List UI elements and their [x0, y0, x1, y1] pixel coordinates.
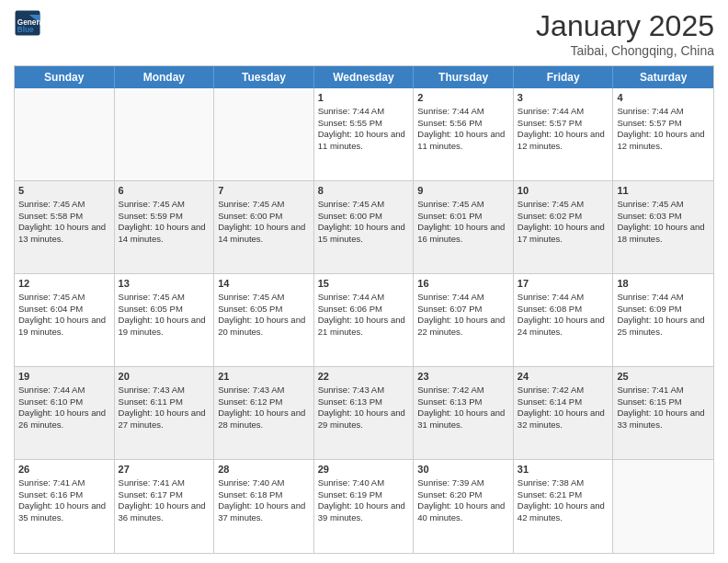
calendar-cell: 17Sunrise: 7:44 AMSunset: 6:08 PMDayligh…: [514, 274, 614, 366]
calendar-row: 26Sunrise: 7:41 AMSunset: 6:16 PMDayligh…: [15, 460, 713, 553]
day-number: 20: [119, 370, 210, 384]
calendar-cell: 10Sunrise: 7:45 AMSunset: 6:02 PMDayligh…: [514, 181, 614, 273]
day-info: Sunrise: 7:44 AMSunset: 5:57 PMDaylight:…: [518, 106, 605, 151]
day-info: Sunrise: 7:44 AMSunset: 5:57 PMDaylight:…: [617, 106, 704, 151]
header-day-monday: Monday: [115, 66, 215, 88]
calendar-cell: 20Sunrise: 7:43 AMSunset: 6:11 PMDayligh…: [115, 367, 215, 459]
day-number: 9: [417, 184, 509, 198]
calendar-row: 5Sunrise: 7:45 AMSunset: 5:58 PMDaylight…: [15, 181, 713, 274]
calendar-cell: 23Sunrise: 7:42 AMSunset: 6:13 PMDayligh…: [414, 367, 514, 459]
calendar-cell: 12Sunrise: 7:45 AMSunset: 6:04 PMDayligh…: [15, 274, 115, 366]
calendar-cell: 21Sunrise: 7:43 AMSunset: 6:12 PMDayligh…: [214, 367, 314, 459]
day-info: Sunrise: 7:45 AMSunset: 6:01 PMDaylight:…: [417, 199, 505, 244]
day-number: 25: [617, 370, 710, 384]
month-title: January 2025: [536, 9, 714, 43]
day-info: Sunrise: 7:38 AMSunset: 6:21 PMDaylight:…: [518, 477, 605, 523]
day-number: 28: [218, 463, 310, 477]
header-day-sunday: Sunday: [15, 66, 115, 88]
calendar-cell: 25Sunrise: 7:41 AMSunset: 6:15 PMDayligh…: [613, 367, 713, 459]
day-number: 30: [417, 463, 509, 477]
day-number: 21: [218, 370, 310, 384]
day-info: Sunrise: 7:44 AMSunset: 6:08 PMDaylight:…: [518, 292, 605, 337]
day-number: 16: [417, 277, 509, 291]
day-info: Sunrise: 7:39 AMSunset: 6:20 PMDaylight:…: [417, 477, 505, 523]
day-info: Sunrise: 7:44 AMSunset: 5:55 PMDaylight:…: [318, 106, 405, 151]
location: Taibai, Chongqing, China: [536, 43, 714, 58]
calendar-cell: 7Sunrise: 7:45 AMSunset: 6:00 PMDaylight…: [214, 181, 314, 273]
day-info: Sunrise: 7:44 AMSunset: 6:09 PMDaylight:…: [617, 292, 704, 337]
day-info: Sunrise: 7:43 AMSunset: 6:11 PMDaylight:…: [119, 385, 206, 430]
day-number: 17: [518, 277, 609, 291]
calendar-row: 19Sunrise: 7:44 AMSunset: 6:10 PMDayligh…: [15, 367, 713, 460]
calendar-cell: [613, 460, 713, 553]
day-number: 27: [119, 463, 210, 477]
calendar-cell: 15Sunrise: 7:44 AMSunset: 6:06 PMDayligh…: [314, 274, 415, 366]
day-info: Sunrise: 7:40 AMSunset: 6:18 PMDaylight:…: [218, 477, 305, 523]
calendar-row: 12Sunrise: 7:45 AMSunset: 6:04 PMDayligh…: [15, 274, 713, 367]
header: General Blue January 2025 Taibai, Chongq…: [14, 9, 714, 58]
day-info: Sunrise: 7:41 AMSunset: 6:17 PMDaylight:…: [119, 477, 206, 523]
day-info: Sunrise: 7:43 AMSunset: 6:13 PMDaylight:…: [318, 385, 405, 430]
day-number: 5: [18, 184, 110, 198]
day-info: Sunrise: 7:44 AMSunset: 6:06 PMDaylight:…: [318, 292, 405, 337]
header-day-wednesday: Wednesday: [314, 66, 415, 88]
calendar-cell: 18Sunrise: 7:44 AMSunset: 6:09 PMDayligh…: [613, 274, 713, 366]
svg-text:Blue: Blue: [17, 26, 34, 34]
day-info: Sunrise: 7:43 AMSunset: 6:12 PMDaylight:…: [218, 385, 305, 430]
calendar-cell: 26Sunrise: 7:41 AMSunset: 6:16 PMDayligh…: [15, 460, 115, 553]
day-number: 4: [617, 91, 710, 105]
day-number: 14: [218, 277, 310, 291]
calendar-cell: 27Sunrise: 7:41 AMSunset: 6:17 PMDayligh…: [115, 460, 215, 553]
day-info: Sunrise: 7:45 AMSunset: 6:05 PMDaylight:…: [119, 292, 206, 337]
calendar-cell: [15, 88, 115, 180]
calendar-cell: 3Sunrise: 7:44 AMSunset: 5:57 PMDaylight…: [514, 88, 614, 180]
calendar-header: SundayMondayTuesdayWednesdayThursdayFrid…: [15, 66, 713, 88]
header-day-tuesday: Tuesday: [214, 66, 314, 88]
calendar-cell: 11Sunrise: 7:45 AMSunset: 6:03 PMDayligh…: [613, 181, 713, 273]
day-info: Sunrise: 7:44 AMSunset: 6:07 PMDaylight:…: [417, 292, 505, 337]
day-info: Sunrise: 7:42 AMSunset: 6:14 PMDaylight:…: [518, 385, 605, 430]
header-day-saturday: Saturday: [613, 66, 713, 88]
calendar-cell: 14Sunrise: 7:45 AMSunset: 6:05 PMDayligh…: [214, 274, 314, 366]
day-number: 11: [617, 184, 710, 198]
calendar-cell: 6Sunrise: 7:45 AMSunset: 5:59 PMDaylight…: [115, 181, 215, 273]
day-number: 22: [318, 370, 410, 384]
day-number: 18: [617, 277, 710, 291]
calendar-cell: 16Sunrise: 7:44 AMSunset: 6:07 PMDayligh…: [414, 274, 514, 366]
calendar-cell: 5Sunrise: 7:45 AMSunset: 5:58 PMDaylight…: [15, 181, 115, 273]
day-number: 29: [318, 463, 410, 477]
header-day-thursday: Thursday: [414, 66, 514, 88]
day-info: Sunrise: 7:45 AMSunset: 6:05 PMDaylight:…: [218, 292, 305, 337]
day-info: Sunrise: 7:44 AMSunset: 5:56 PMDaylight:…: [417, 106, 505, 151]
calendar-cell: 28Sunrise: 7:40 AMSunset: 6:18 PMDayligh…: [214, 460, 314, 553]
day-info: Sunrise: 7:41 AMSunset: 6:15 PMDaylight:…: [617, 385, 704, 430]
day-number: 8: [318, 184, 410, 198]
day-number: 26: [18, 463, 110, 477]
calendar-cell: 1Sunrise: 7:44 AMSunset: 5:55 PMDaylight…: [314, 88, 415, 180]
day-number: 24: [518, 370, 609, 384]
calendar-cell: 19Sunrise: 7:44 AMSunset: 6:10 PMDayligh…: [15, 367, 115, 459]
calendar-cell: 30Sunrise: 7:39 AMSunset: 6:20 PMDayligh…: [414, 460, 514, 553]
calendar-cell: [214, 88, 314, 180]
day-number: 2: [417, 91, 509, 105]
calendar-cell: 9Sunrise: 7:45 AMSunset: 6:01 PMDaylight…: [414, 181, 514, 273]
calendar-cell: 22Sunrise: 7:43 AMSunset: 6:13 PMDayligh…: [314, 367, 415, 459]
title-block: January 2025 Taibai, Chongqing, China: [536, 9, 714, 58]
day-info: Sunrise: 7:45 AMSunset: 5:59 PMDaylight:…: [119, 199, 206, 244]
calendar: SundayMondayTuesdayWednesdayThursdayFrid…: [14, 65, 714, 554]
day-number: 23: [417, 370, 509, 384]
day-info: Sunrise: 7:45 AMSunset: 6:00 PMDaylight:…: [318, 199, 405, 244]
day-number: 6: [119, 184, 210, 198]
calendar-cell: 31Sunrise: 7:38 AMSunset: 6:21 PMDayligh…: [514, 460, 614, 553]
calendar-cell: 8Sunrise: 7:45 AMSunset: 6:00 PMDaylight…: [314, 181, 415, 273]
day-info: Sunrise: 7:45 AMSunset: 6:03 PMDaylight:…: [617, 199, 704, 244]
calendar-cell: 29Sunrise: 7:40 AMSunset: 6:19 PMDayligh…: [314, 460, 415, 553]
day-number: 13: [119, 277, 210, 291]
day-info: Sunrise: 7:45 AMSunset: 6:02 PMDaylight:…: [518, 199, 605, 244]
calendar-cell: 13Sunrise: 7:45 AMSunset: 6:05 PMDayligh…: [115, 274, 215, 366]
day-number: 10: [518, 184, 609, 198]
day-number: 1: [318, 91, 410, 105]
day-info: Sunrise: 7:44 AMSunset: 6:10 PMDaylight:…: [18, 385, 106, 430]
header-day-friday: Friday: [514, 66, 614, 88]
logo: General Blue: [14, 9, 43, 37]
